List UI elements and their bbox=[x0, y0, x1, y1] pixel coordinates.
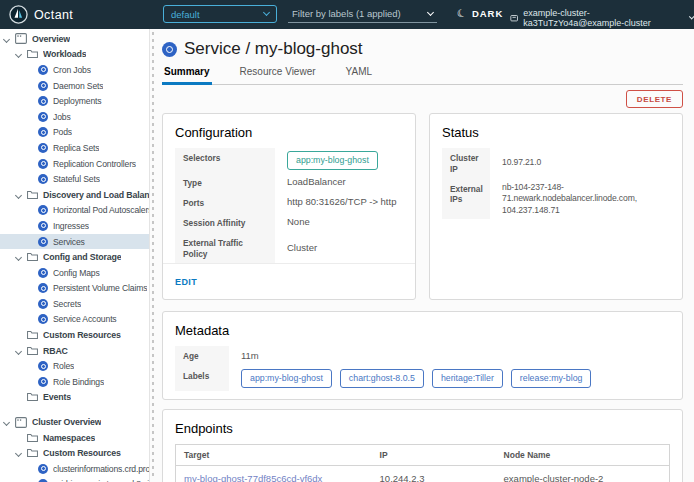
resource-icon bbox=[38, 143, 48, 153]
service-icon bbox=[162, 42, 177, 57]
status-row-value: 10.97.21.0 bbox=[502, 157, 541, 169]
context-selector-value: example-cluster-ka3TuTzYo4a@example-clus… bbox=[523, 8, 684, 28]
sidebar-item[interactable]: Events bbox=[0, 390, 149, 406]
label-filter-text: Filter by labels (1 applied) bbox=[292, 8, 401, 19]
folder-icon bbox=[27, 252, 38, 262]
sidebar-item[interactable]: Roles bbox=[0, 358, 149, 374]
column-header-node-name: Node Name bbox=[504, 450, 661, 460]
sidebar-item[interactable]: Config Maps bbox=[0, 265, 149, 281]
sidebar-item[interactable]: Jobs bbox=[0, 109, 149, 125]
sidebar-item[interactable]: Service Accounts bbox=[0, 312, 149, 328]
sidebar-item[interactable]: Horizontal Pod Autoscalers bbox=[0, 203, 149, 219]
chevron-down-icon bbox=[16, 47, 27, 63]
overview-icon bbox=[15, 417, 27, 428]
edit-button[interactable]: EDIT bbox=[175, 277, 197, 287]
sidebar-scrollbar[interactable] bbox=[152, 32, 154, 478]
label-tag[interactable]: app:my-blog-ghost bbox=[241, 369, 332, 388]
sidebar-item-label: Service Accounts bbox=[53, 314, 117, 324]
sidebar-item[interactable]: Cron Jobs bbox=[0, 62, 149, 78]
config-row-value: http 80:31626/TCP -> http bbox=[287, 196, 396, 209]
resource-icon bbox=[38, 159, 48, 169]
sidebar-item[interactable]: clusterinformations.crd.projec bbox=[0, 461, 149, 477]
sidebar-item[interactable]: Stateful Sets bbox=[0, 171, 149, 187]
label-tag[interactable]: heritage:Tiller bbox=[432, 369, 503, 388]
resource-icon bbox=[38, 299, 48, 309]
sidebar-item-label: Horizontal Pod Autoscalers bbox=[53, 205, 149, 215]
chevron-down-icon bbox=[689, 13, 694, 20]
configuration-table: Selectors app:my-blog-ghost Type LoadBal… bbox=[175, 148, 403, 263]
configuration-footer: EDIT bbox=[163, 263, 415, 291]
status-row: Cluster IP 10.97.21.0 bbox=[442, 148, 670, 179]
sidebar-item[interactable]: Deployments bbox=[0, 93, 149, 109]
sidebar-item[interactable]: RBAC bbox=[0, 343, 149, 359]
sidebar-item[interactable]: Custom Resources bbox=[0, 445, 149, 461]
sidebar-item-label: Jobs bbox=[53, 112, 71, 122]
resource-icon bbox=[38, 361, 48, 371]
sidebar-item[interactable]: Services bbox=[0, 234, 149, 250]
sidebar-item[interactable]: Daemon Sets bbox=[0, 78, 149, 94]
sidebar-item[interactable]: Pods bbox=[0, 125, 149, 141]
sidebar-item[interactable]: Namespaces bbox=[0, 430, 149, 446]
config-row-label: External Traffic Policy bbox=[175, 233, 275, 264]
label-filter-input[interactable]: Filter by labels (1 applied) bbox=[288, 5, 437, 23]
table-row: my-blog-ghost-77df85c6cd-vf6dx 10.244.2.… bbox=[176, 466, 669, 482]
sidebar-item-label: Replica Sets bbox=[53, 143, 99, 153]
sidebar-item[interactable]: Discovery and Load Balancing bbox=[0, 187, 149, 203]
sidebar-item[interactable]: Replication Controllers bbox=[0, 156, 149, 172]
sidebar-item-label: Namespaces bbox=[43, 433, 95, 443]
status-row: External IPs nb-104-237-148-71.newark.no… bbox=[442, 179, 670, 220]
sidebar-item[interactable]: Persistent Volume Claims bbox=[0, 281, 149, 297]
sidebar-item-label: Pods bbox=[53, 127, 72, 137]
tab-bar: Summary Resource Viewer YAML bbox=[162, 66, 683, 85]
sidebar-item[interactable]: Custom Resources bbox=[0, 327, 149, 343]
namespace-dropdown[interactable]: default bbox=[163, 5, 277, 23]
navigation-sidebar: Overview Workloads bbox=[0, 29, 150, 482]
endpoint-target-link[interactable]: my-blog-ghost-77df85c6cd-vf6dx bbox=[184, 473, 380, 482]
config-row-value: app:my-blog-ghost bbox=[287, 151, 378, 170]
resource-icon bbox=[38, 205, 48, 215]
actions-row: DELETE bbox=[162, 90, 683, 108]
resource-icon bbox=[38, 377, 48, 387]
endpoints-table-body: my-blog-ghost-77df85c6cd-vf6dx 10.244.2.… bbox=[176, 466, 669, 482]
main-content: Service / my-blog-ghost Summary Resource… bbox=[156, 29, 694, 482]
endpoints-title: Endpoints bbox=[175, 421, 670, 436]
resource-icon bbox=[38, 127, 48, 137]
app-header: Octant default Filter by labels (1 appli… bbox=[0, 0, 694, 29]
status-card: Status Cluster IP 10.97.21.0 External IP… bbox=[429, 113, 683, 300]
sidebar-item[interactable]: Secrets bbox=[0, 296, 149, 312]
sidebar-item-label: Stateful Sets bbox=[53, 174, 100, 184]
sidebar-item[interactable]: Replica Sets bbox=[0, 140, 149, 156]
endpoints-card: Endpoints Target IP Node Name my-blog-gh… bbox=[162, 409, 683, 482]
tab[interactable]: YAML bbox=[344, 66, 375, 84]
sidebar-list: Overview Workloads bbox=[0, 31, 149, 482]
sidebar-item-label: Daemon Sets bbox=[53, 81, 103, 91]
context-selector[interactable]: example-cluster-ka3TuTzYo4a@example-clus… bbox=[510, 8, 694, 28]
chevron-down-icon bbox=[4, 414, 15, 430]
tab[interactable]: Summary bbox=[162, 66, 212, 85]
sidebar-item[interactable]: Cluster Overview bbox=[0, 414, 149, 430]
config-row: Ports http 80:31626/TCP -> http bbox=[175, 193, 403, 213]
sidebar-item[interactable]: Overview bbox=[0, 31, 149, 47]
chevron-down-icon bbox=[16, 249, 27, 265]
label-tag[interactable]: chart:ghost-8.0.5 bbox=[340, 369, 424, 388]
overview-icon bbox=[15, 33, 27, 44]
sidebar-item-label: Cluster Overview bbox=[32, 417, 101, 427]
folder-icon bbox=[27, 190, 38, 200]
sidebar-item[interactable]: Config and Storage bbox=[0, 249, 149, 265]
sidebar-item[interactable]: Ingresses bbox=[0, 218, 149, 234]
theme-toggle-button[interactable]: ☾ DARK bbox=[457, 7, 503, 20]
endpoint-node-name: example-cluster-node-2 bbox=[504, 473, 661, 482]
sidebar-item[interactable]: Role Bindings bbox=[0, 374, 149, 390]
age-value: 11m bbox=[241, 350, 259, 363]
sidebar-item[interactable]: Workloads bbox=[0, 47, 149, 63]
resource-icon bbox=[38, 464, 48, 474]
config-row-value: Cluster bbox=[287, 242, 317, 255]
tab[interactable]: Resource Viewer bbox=[238, 66, 318, 84]
sidebar-item[interactable]: csidrivers.csi.storage.k8s.io bbox=[0, 477, 149, 482]
delete-button[interactable]: DELETE bbox=[626, 90, 683, 108]
configuration-title: Configuration bbox=[175, 125, 403, 140]
chevron-down-icon bbox=[16, 445, 27, 461]
resource-icon bbox=[38, 283, 48, 293]
folder-icon bbox=[27, 346, 38, 356]
label-tag[interactable]: release:my-blog bbox=[511, 369, 592, 388]
